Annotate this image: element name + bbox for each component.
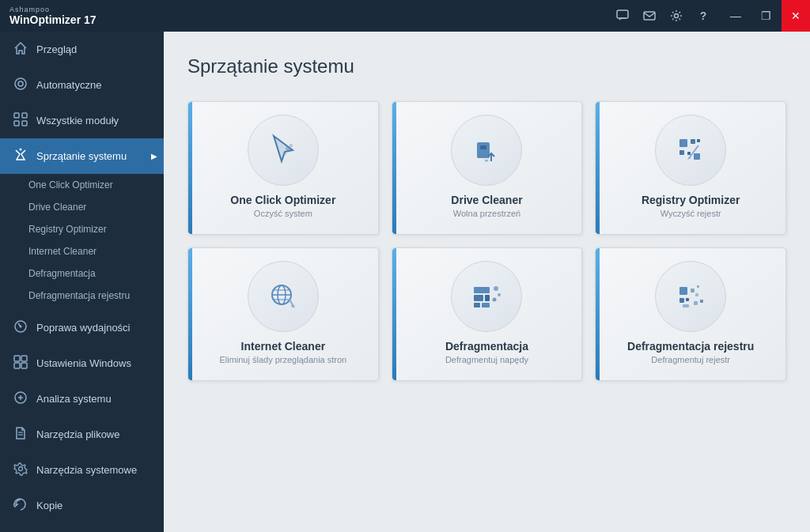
sidebar-item-narzedzia-systemowe[interactable]: Narzędzia systemowe [0,452,164,488]
sidebar-label-ustawienia-windows: Ustawienia Windows [36,357,131,369]
sidebar-label-poprawa: Poprawa wydajności [36,322,131,334]
svg-rect-54 [683,304,689,308]
subitem-label-internet: Internet Cleaner [28,246,97,257]
titlebar-icon-group: ? [611,4,715,28]
minimize-button[interactable]: — [721,0,750,32]
sidebar-subitem-defragmentacja-rejestru[interactable]: Defragmentacja rejestru [0,285,164,307]
window-controls: — ❐ ✕ [721,0,810,32]
svg-point-9 [20,149,22,151]
sidebar-label-wszystkie-moduly: Wszystkie moduły [36,115,119,126]
card-icon-circle-6 [655,261,726,332]
svg-point-19 [286,146,290,151]
windows-icon [13,355,28,372]
file-tools-icon [13,426,28,443]
svg-rect-28 [679,150,684,155]
brand: Ashampoo WinOptimizer 17 [9,6,97,26]
svg-rect-29 [687,152,691,155]
page-title: Sprzątanie systemu [187,55,786,77]
help-icon-btn[interactable]: ? [691,4,715,28]
analysis-icon [13,391,28,407]
card-subtitle-4: Eliminuj ślady przeglądania stron [219,355,346,364]
maximize-button[interactable]: ❐ [751,0,780,32]
brand-main: WinOptimizer 17 [9,13,97,26]
card-defragmentacja-rejestru[interactable]: Defragmentacja rejestru Defragmentuj rej… [595,247,786,381]
card-icon-area-6 [608,261,773,332]
card-drive-cleaner[interactable]: Drive Cleaner Wolna przestrzeń [392,101,583,235]
registry-icon [672,131,710,169]
gear-icon [670,9,683,22]
card-internet-cleaner[interactable]: Internet Cleaner Eliminuj ślady przegląd… [187,247,379,381]
settings-icon-btn[interactable] [664,4,688,28]
svg-rect-5 [14,113,19,118]
card-registry-optimizer[interactable]: Registry Optimizer Wyczyść rejestr [595,101,786,235]
svg-rect-0 [617,10,628,18]
sidebar-label-automatyczne: Automatyczne [36,79,101,91]
card-subtitle-2: Wolna przestrzeń [453,209,520,218]
sidebar-subitem-one-click-optimizer[interactable]: One Click Optimizer [0,174,164,196]
svg-rect-8 [22,121,27,126]
card-one-click-optimizer[interactable]: One Click Optimizer Oczyść system [187,101,379,235]
cursor-icon [264,131,302,169]
svg-rect-39 [474,295,483,301]
defrag-icon [467,277,505,315]
svg-rect-13 [14,363,20,368]
card-icon-circle-1 [248,115,319,186]
sidebar-item-analiza[interactable]: Analiza systemu [0,381,164,417]
card-icon-circle-4 [248,261,319,332]
svg-rect-48 [686,298,689,301]
sidebar-item-wszystkie-moduly[interactable]: Wszystkie moduły [0,103,164,138]
svg-rect-6 [22,113,27,118]
sidebar-item-ustawienia-windows[interactable]: Ustawienia Windows [0,345,164,381]
card-subtitle-3: Wyczyść rejestr [660,209,721,218]
subitem-label-defrag: Defragmentacja [28,268,96,279]
card-icon-area-5 [405,261,570,332]
svg-rect-52 [700,300,703,303]
sidebar-item-kopie[interactable]: Kopie [0,488,164,523]
svg-rect-40 [485,295,490,301]
close-button[interactable]: ✕ [782,0,810,32]
sidebar-subitem-defragmentacja[interactable]: Defragmentacja [0,262,164,285]
svg-rect-42 [482,303,490,308]
email-icon-btn[interactable] [638,4,661,28]
sidebar-label-narzedzia-systemowe: Narzędzia systemowe [36,464,137,476]
card-defragmentacja[interactable]: Defragmentacja Defragmentuj napędy [392,247,583,381]
main-layout: Przegląd Automatyczne Wszystkie moduły S… [0,32,810,532]
card-title-5: Defragmentacja [445,340,528,353]
sidebar-item-poprawa[interactable]: Poprawa wydajności [0,310,164,345]
chat-icon-btn[interactable] [611,4,634,28]
subitem-label-one-click: One Click Optimizer [28,179,113,191]
sidebar-subitem-registry-optimizer[interactable]: Registry Optimizer [0,218,164,240]
card-title-2: Drive Cleaner [451,194,522,206]
svg-point-3 [15,78,26,89]
email-icon [643,9,656,22]
card-icon-area-1 [201,115,365,186]
card-subtitle-5: Defragmentuj napędy [445,355,528,364]
svg-rect-26 [691,139,695,144]
svg-rect-27 [697,139,700,142]
sidebar: Przegląd Automatyczne Wszystkie moduły S… [0,32,164,532]
sidebar-label-narzedzia-plikowe: Narzędzia plikowe [36,428,120,440]
sidebar-item-sprzatanie-systemu[interactable]: Sprzątanie systemu ▶ [0,138,164,174]
clean-icon [13,148,28,164]
svg-rect-51 [695,293,698,296]
card-subtitle-1: Oczyść system [254,209,312,218]
svg-rect-11 [14,356,20,361]
chat-icon [616,9,629,22]
svg-point-4 [18,81,23,86]
sidebar-subitem-internet-cleaner[interactable]: Internet Cleaner [0,240,164,262]
svg-point-43 [494,286,498,291]
grid-icon [13,112,28,129]
system-tools-icon [13,462,28,478]
svg-point-20 [283,152,286,155]
svg-rect-49 [691,289,695,292]
sidebar-subitem-drive-cleaner[interactable]: Drive Cleaner [0,196,164,218]
subitem-label-drive: Drive Cleaner [28,202,86,213]
svg-point-21 [290,144,293,147]
brand-sub: Ashampoo [9,6,97,13]
sidebar-item-automatyczne[interactable]: Automatyczne [0,67,164,103]
defrag-registry-icon [672,277,710,315]
svg-rect-53 [694,301,698,305]
sidebar-item-narzedzia-plikowe[interactable]: Narzędzia plikowe [0,417,164,452]
sidebar-label-kopie: Kopie [36,500,62,511]
sidebar-item-przegląd[interactable]: Przegląd [0,32,164,67]
